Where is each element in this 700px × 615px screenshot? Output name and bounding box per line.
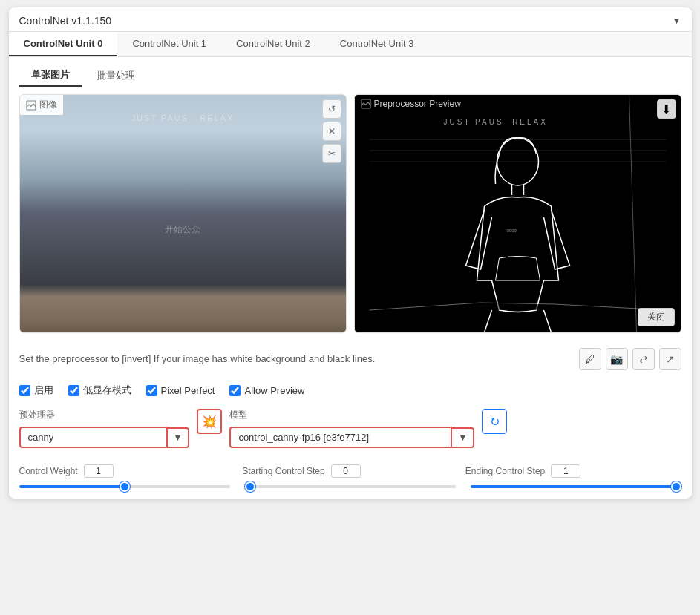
unit-tab-1[interactable]: ControlNet Unit 1 [117, 32, 221, 56]
lowvram-label: 低显存模式 [83, 384, 131, 397]
pencil-icon: 🖊 [585, 353, 595, 365]
ending-step-value[interactable] [551, 464, 580, 478]
unit-tab-2[interactable]: ControlNet Unit 2 [221, 32, 325, 56]
right-panel-header: Preprocessor Preview [355, 95, 467, 113]
enable-checkbox[interactable] [19, 385, 30, 396]
control-weight-slider-group [19, 485, 230, 488]
model-dropdown-button[interactable]: ▼ [452, 427, 474, 448]
image-area: 图像 JUST PAUS RELAX 开始公众 ↺ ✕ ✂ [9, 87, 692, 341]
control-weight-value[interactable] [84, 464, 114, 478]
starting-step-slider-group [245, 485, 456, 488]
model-dropdown-wrapper: ▼ [229, 427, 474, 448]
lowvram-checkbox[interactable] [68, 385, 79, 396]
checkbox-row: 启用 低显存模式 Pixel Perfect Allow Preview [9, 378, 692, 403]
ending-step-label: Ending Control Step [465, 466, 545, 476]
left-image-controls: ↺ ✕ ✂ [322, 99, 341, 163]
right-panel-label: Preprocessor Preview [374, 99, 461, 109]
photo-text-top: JUST PAUS RELAX [131, 114, 235, 122]
unit-tabs: ControlNet Unit 0 ControlNet Unit 1 Cont… [9, 32, 692, 57]
starting-step-label: Starting Control Step [242, 466, 324, 476]
swap-button[interactable]: ⇄ [632, 348, 655, 370]
info-row: Set the preprocessor to [invert] If your… [9, 341, 692, 378]
panel-title: ControlNet v1.1.150 [19, 15, 112, 27]
checkbox-lowvram[interactable]: 低显存模式 [68, 384, 131, 397]
camera-icon: 📷 [610, 353, 623, 365]
preprocessor-dropdown-button[interactable]: ▼ [168, 427, 190, 448]
allow-preview-checkbox[interactable] [229, 385, 241, 396]
photo-simulation: JUST PAUS RELAX 开始公众 [20, 95, 346, 332]
ending-step-slider-group [471, 485, 681, 488]
preprocessor-label: 预处理器 [19, 409, 190, 421]
unit-tab-3[interactable]: ControlNet Unit 3 [325, 32, 429, 56]
info-text: Set the preprocessor to [invert] If your… [19, 352, 572, 366]
inner-tab-single[interactable]: 单张图片 [19, 65, 82, 87]
title-bar: ControlNet v1.1.150 ▼ [9, 7, 692, 32]
rotate-reset-button[interactable]: ↺ [322, 99, 341, 119]
controls-section: 预处理器 ▼ 💥 模型 ▼ [9, 403, 692, 460]
control-weight-slider[interactable] [19, 485, 230, 488]
icon-actions: 🖊 📷 ⇄ ↗ [579, 348, 681, 370]
checkbox-enable[interactable]: 启用 [19, 384, 53, 397]
control-weight-label: Control Weight [19, 466, 78, 476]
close-preview-button[interactable]: 关闭 [638, 308, 675, 326]
left-panel-label: 图像 [39, 99, 57, 111]
ending-step-slider[interactable] [471, 485, 681, 488]
pencil-edit-button[interactable]: 🖊 [579, 348, 601, 370]
send-icon: ↗ [666, 353, 675, 365]
crop-button[interactable]: ✂ [322, 144, 341, 163]
run-preprocessor-button[interactable]: 💥 [197, 409, 222, 434]
canny-svg: JUST PAUS RELAX [355, 95, 681, 332]
refresh-icon: ↻ [490, 415, 500, 429]
left-panel-header: 图像 [20, 95, 63, 115]
collapse-button[interactable]: ▼ [673, 16, 681, 26]
checkbox-allow-preview[interactable]: Allow Preview [229, 385, 304, 396]
camera-button[interactable]: 📷 [606, 348, 628, 370]
model-input[interactable] [229, 427, 452, 448]
unit-tab-0[interactable]: ControlNet Unit 0 [9, 32, 118, 56]
preprocessor-dropdown-wrapper: ▼ [19, 427, 190, 448]
enable-label: 启用 [34, 384, 53, 397]
preprocessor-input[interactable] [19, 427, 168, 448]
download-button[interactable]: ⬇ [657, 99, 676, 119]
inner-tabs: 单张图片 批量处理 [9, 57, 692, 87]
checkbox-pixel-perfect[interactable]: Pixel Perfect [146, 385, 215, 396]
canny-preview-image: JUST PAUS RELAX [355, 95, 681, 332]
right-image-panel: Preprocessor Preview JUST PAUS RELAX [354, 94, 681, 333]
svg-text:JUST PAUS  RELAX: JUST PAUS RELAX [443, 118, 547, 126]
starting-step-value[interactable] [331, 464, 361, 478]
preprocessor-group: 预处理器 ▼ [19, 409, 190, 448]
model-group: 模型 ▼ [229, 409, 474, 448]
starting-step-slider[interactable] [245, 485, 456, 488]
controlnet-panel: ControlNet v1.1.150 ▼ ControlNet Unit 0 … [9, 7, 692, 499]
sliders-row [9, 485, 692, 499]
fire-icon: 💥 [202, 415, 217, 429]
allow-preview-label: Allow Preview [244, 385, 304, 396]
refresh-model-button[interactable]: ↻ [482, 409, 507, 434]
image-icon [26, 100, 36, 111]
preprocessor-model-row: 预处理器 ▼ 💥 模型 ▼ [19, 409, 681, 448]
pixel-perfect-checkbox[interactable] [146, 385, 157, 396]
preview-image-icon [361, 99, 371, 109]
close-image-button[interactable]: ✕ [322, 122, 341, 141]
svg-text:0000: 0000 [506, 228, 517, 233]
photo-watermark: 开始公众 [165, 223, 200, 236]
uploaded-photo[interactable]: JUST PAUS RELAX 开始公众 [20, 95, 346, 332]
pixel-perfect-label: Pixel Perfect [161, 385, 215, 396]
inner-tab-batch[interactable]: 批量处理 [85, 65, 147, 87]
close-btn-area: 关闭 [638, 308, 675, 326]
left-image-panel: 图像 JUST PAUS RELAX 开始公众 ↺ ✕ ✂ [19, 94, 347, 333]
download-icon: ⬇ [661, 102, 671, 116]
swap-icon: ⇄ [639, 353, 648, 365]
send-button[interactable]: ↗ [659, 348, 681, 370]
model-label: 模型 [229, 409, 474, 421]
